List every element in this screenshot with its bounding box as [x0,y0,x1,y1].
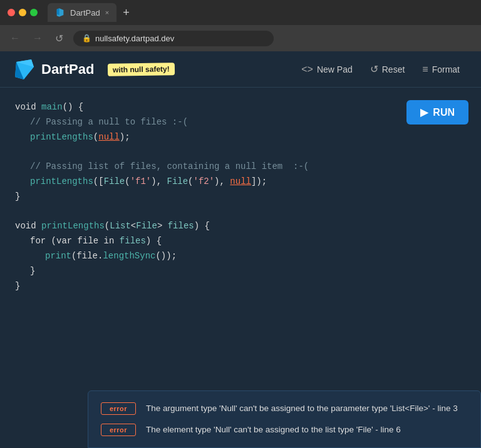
code-line-2: // Passing a null to files :-( [30,115,466,130]
dart-tab-icon [55,8,65,18]
error-panel: error The argument type 'Null' can't be … [88,390,481,449]
dartpad-logo-icon [13,58,35,81]
url-bar[interactable]: 🔒 nullsafety.dartpad.dev [73,31,274,46]
error-row-2: error The element type 'Null' can't be a… [101,424,468,436]
back-button[interactable]: ← [8,31,23,45]
code-line-3: printLengths(null); [30,130,466,145]
reload-button[interactable]: ↺ [53,31,66,46]
null-safety-badge: with null safety! [108,63,175,76]
lock-icon: 🔒 [82,34,91,43]
main-content: void main() { // Passing a null to files… [0,88,481,448]
new-pad-label: New Pad [317,64,353,74]
new-pad-button[interactable]: <> New Pad [292,60,361,79]
code-line-4: // Passing list of files, containing a n… [30,160,466,175]
format-label: Format [432,64,460,74]
tab-area: DartPad × + [48,3,473,22]
error-row-1: error The argument type 'Null' can't be … [101,402,468,415]
code-line-6: } [15,190,466,205]
address-bar: ← → ↺ 🔒 nullsafety.dartpad.dev [0,25,481,51]
new-tab-button[interactable]: + [119,6,133,19]
code-line-11: } [15,279,466,294]
code-line-5: printLengths([File('f1'), File('f2'), nu… [30,175,466,190]
code-line-9: print(file.lengthSync()); [45,249,466,264]
run-button[interactable]: ▶ RUN [406,100,468,125]
close-button[interactable] [8,9,15,16]
run-icon: ▶ [420,106,428,118]
app-toolbar: DartPad with null safety! <> New Pad ↺ R… [0,51,481,88]
tab-title: DartPad [70,8,100,18]
dartpad-title: DartPad [41,61,94,78]
reset-label: Reset [382,64,405,74]
browser-tab[interactable]: DartPad × [48,3,116,22]
error-badge-1: error [101,402,136,415]
format-icon: ≡ [422,64,428,75]
code-line-7: void printLengths(List<File> files) { [15,219,466,234]
reset-icon: ↺ [370,63,378,75]
code-line-1: void main() { [15,100,466,115]
error-badge-2: error [101,424,136,436]
code-line-blank1 [15,145,466,160]
forward-button[interactable]: → [30,31,45,45]
code-line-10: } [30,264,466,279]
url-text: nullsafety.dartpad.dev [95,34,174,43]
code-line-8: for (var file in files) { [30,234,466,249]
reset-button[interactable]: ↺ Reset [361,59,414,79]
new-pad-icon: <> [301,64,313,75]
error-message-2: The element type 'Null' can't be assigne… [146,424,401,436]
maximize-button[interactable] [30,9,38,16]
format-button[interactable]: ≡ Format [413,60,468,79]
minimize-button[interactable] [19,9,26,16]
error-message-1: The argument type 'Null' can't be assign… [146,402,458,415]
title-bar: DartPad × + [0,0,481,25]
tab-close-button[interactable]: × [105,9,109,16]
traffic-lights [8,9,38,16]
run-label: RUN [433,107,455,118]
dartpad-logo: DartPad [13,58,94,81]
code-line-blank2 [15,205,466,220]
